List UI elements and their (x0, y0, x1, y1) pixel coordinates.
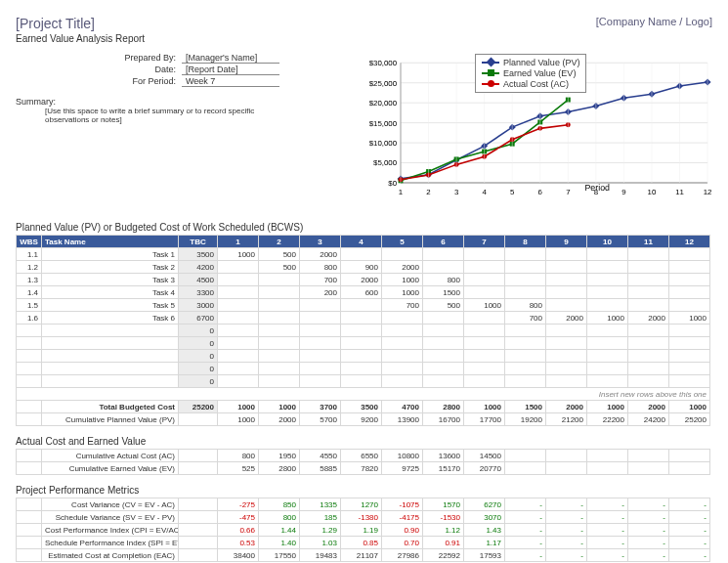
prepared-by-label: Prepared By: (94, 53, 182, 64)
ac-table: Cumulative Actual Cost (AC)8001950455065… (16, 449, 710, 475)
date-label: Date: (94, 65, 182, 75)
svg-text:2: 2 (426, 188, 430, 196)
ac-section-title: Actual Cost and Earned Value (16, 436, 712, 447)
ev-chart: $0$5,000$10,000$15,000$20,000$25,000$30,… (348, 52, 712, 208)
pv-table: WBSTask NameTBC123456789101112 1.1Task 1… (16, 235, 710, 426)
svg-text:$5,000: $5,000 (373, 158, 398, 167)
chart-legend: Planned Value (PV) Earned Value (EV) Act… (475, 54, 586, 93)
table-row[interactable]: 1.5Task 530007005001000800 (17, 299, 710, 312)
prepared-by-field[interactable]: [Manager's Name] (182, 53, 279, 64)
metrics-section-title: Project Performance Metrics (16, 485, 712, 496)
svg-text:10: 10 (648, 188, 657, 196)
period-label: For Period: (94, 76, 182, 87)
svg-text:$15,000: $15,000 (369, 119, 398, 128)
svg-text:$10,000: $10,000 (369, 139, 398, 148)
svg-text:$30,000: $30,000 (369, 59, 398, 67)
period-field[interactable]: Week 7 (182, 76, 279, 87)
company-name: [Company Name / Logo] (596, 16, 712, 31)
table-row[interactable]: 0 (17, 325, 710, 337)
svg-text:$0: $0 (388, 179, 397, 188)
chart-xlabel: Period (584, 183, 610, 193)
svg-text:4: 4 (482, 188, 487, 196)
svg-text:12: 12 (704, 188, 712, 196)
pv-section-title: Planned Value (PV) or Budgeted Cost of W… (16, 222, 712, 233)
table-row[interactable]: 0 (17, 350, 710, 363)
svg-text:5: 5 (510, 188, 515, 196)
svg-text:7: 7 (566, 188, 570, 196)
svg-text:1: 1 (399, 188, 403, 196)
table-row[interactable]: 1.1Task 1350010005002000 (17, 248, 710, 261)
table-row[interactable]: 1.4Task 4330020060010001500 (17, 286, 710, 299)
report-subtitle: Earned Value Analysis Report (16, 33, 712, 44)
table-row[interactable]: 1.2Task 242005008009002000 (17, 261, 710, 274)
svg-text:3: 3 (454, 188, 459, 196)
table-row[interactable]: 1.6Task 667007002000100020001000 (17, 312, 710, 325)
table-row[interactable]: 0 (17, 363, 710, 375)
svg-text:6: 6 (538, 188, 543, 196)
summary-label: Summary: (16, 97, 348, 107)
svg-text:11: 11 (675, 188, 684, 196)
summary-text[interactable]: [Use this space to write a brief summary… (45, 107, 299, 124)
metrics-table: Cost Variance (CV = EV - AC)-27585013351… (16, 498, 710, 562)
date-field[interactable]: [Report Date] (182, 65, 279, 75)
svg-text:9: 9 (621, 188, 625, 196)
svg-text:$25,000: $25,000 (369, 79, 398, 88)
table-row[interactable]: 1.3Task 3450070020001000800 (17, 274, 710, 286)
table-row[interactable]: 0 (17, 337, 710, 350)
project-title: [Project Title] (16, 16, 95, 31)
svg-text:$20,000: $20,000 (369, 99, 398, 108)
table-row[interactable]: 0 (17, 375, 710, 388)
